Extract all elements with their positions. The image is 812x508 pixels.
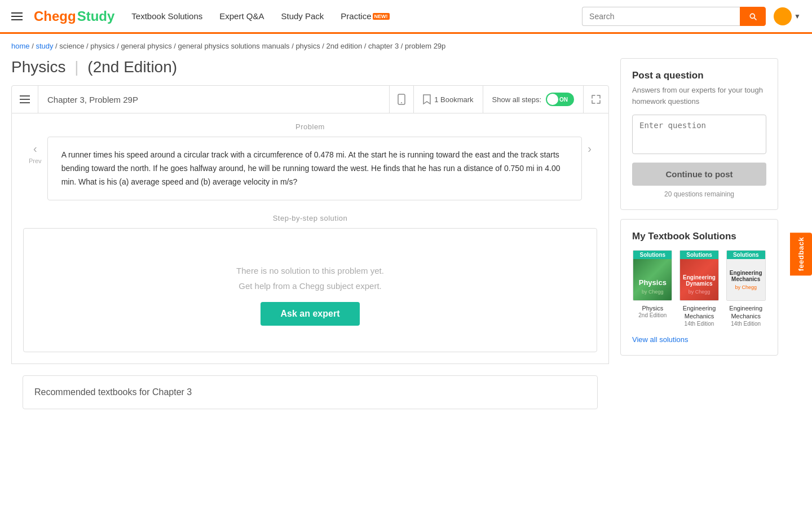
solutions-badge-2: Solutions <box>680 251 718 259</box>
mobile-icon <box>398 94 405 105</box>
breadcrumb-study[interactable]: study <box>36 42 53 50</box>
post-question-title: Post a question <box>632 70 766 81</box>
logo: Chegg Study <box>34 8 114 24</box>
prev-arrow[interactable]: ‹ Prev <box>23 142 47 164</box>
toolbar-expand[interactable] <box>584 86 608 113</box>
book-cover-engmech1: Solutions EngineeringDynamics by Chegg <box>679 250 719 301</box>
post-question-card: Post a question Answers from our experts… <box>620 58 778 210</box>
book-item-engmech1[interactable]: Solutions EngineeringDynamics by Chegg E… <box>679 250 720 327</box>
toolbar-list-button[interactable] <box>12 86 38 113</box>
search-icon <box>748 12 757 21</box>
search-input[interactable] <box>582 7 740 26</box>
bottom-section: Recommended textbooks for Chapter 3 <box>23 375 598 409</box>
show-steps-toggle[interactable]: ON <box>546 93 574 106</box>
no-solution-line1: There is no solution to this problem yet… <box>236 266 384 275</box>
solutions-badge-3: Solutions <box>727 251 765 259</box>
nav-study-pack[interactable]: Study Pack <box>281 11 324 21</box>
svg-point-4 <box>401 102 402 103</box>
header: Chegg Study Textbook Solutions Expert Q&… <box>0 0 812 34</box>
nav-expert-qa[interactable]: Expert Q&A <box>219 11 264 21</box>
book-edition-engmech1: 14th Edition <box>685 321 714 327</box>
main-nav: Textbook Solutions Expert Q&A Study Pack… <box>131 11 582 21</box>
solutions-badge-1: Solutions <box>633 251 672 259</box>
toolbar-mobile-button[interactable] <box>390 86 414 113</box>
svg-rect-2 <box>20 102 30 103</box>
search-bar <box>582 7 766 26</box>
expand-icon <box>592 95 601 104</box>
logo-chegg[interactable]: Chegg <box>34 8 76 24</box>
toggle-on-label: ON <box>559 97 568 103</box>
user-menu-chevron[interactable]: ▼ <box>794 12 801 20</box>
view-all-solutions-link[interactable]: View all solutions <box>632 335 688 344</box>
hamburger-menu[interactable] <box>11 12 23 20</box>
solution-box: There is no solution to this problem yet… <box>23 228 597 352</box>
svg-rect-0 <box>20 95 30 97</box>
list-icon <box>20 95 30 103</box>
post-question-subtitle: Answers from our experts for your tough … <box>632 85 766 107</box>
feedback-tab-wrapper: feedback <box>790 233 812 275</box>
problem-section-title: Problem <box>12 113 608 137</box>
breadcrumb-home[interactable]: home <box>11 42 30 50</box>
questions-remaining: 20 questions remaining <box>632 190 766 198</box>
breadcrumb-separator: science / physics / general physics / ge… <box>59 42 445 50</box>
bottom-section-title: Recommended textbooks for Chapter 3 <box>34 387 586 397</box>
book-title-engmech2: Engineering Mechanics <box>725 304 766 321</box>
right-sidebar: Post a question Answers from our experts… <box>620 58 778 409</box>
book-cover-engmech2: Solutions EngineeringMechanics by Chegg <box>726 250 766 301</box>
toolbar-show-steps: Show all steps: ON <box>483 86 584 113</box>
content-area: Physics | (2nd Edition) Chapter 3, Probl… <box>11 58 609 409</box>
nav-practice[interactable]: PracticeNEW! <box>341 11 389 21</box>
textbook-solutions-card: My Textbook Solutions Solutions Physics … <box>620 219 778 356</box>
problem-text: A runner times his speed around a circul… <box>47 137 582 200</box>
ask-expert-button[interactable]: Ask an expert <box>261 302 360 326</box>
toolbar-bookmark[interactable]: 1 Bookmark <box>414 86 483 113</box>
book-title-engmech1: Engineering Mechanics <box>679 304 720 321</box>
problem-toolbar: Chapter 3, Problem 29P 1 Bookmark Show a… <box>11 85 609 113</box>
book-title-physics: Physics <box>642 304 663 312</box>
book-item-physics[interactable]: Solutions Physics by Chegg Physics 2nd E… <box>632 250 673 327</box>
breadcrumb: home / study / science / physics / gener… <box>0 34 812 58</box>
book-cover-physics: Solutions Physics by Chegg <box>633 250 672 301</box>
next-arrow[interactable]: › <box>582 142 597 155</box>
nav-textbook-solutions[interactable]: Textbook Solutions <box>131 11 202 21</box>
book-edition-physics: 2nd Edition <box>638 312 667 318</box>
solution-section-title: Step-by-step solution <box>12 200 608 228</box>
question-input[interactable] <box>632 115 766 154</box>
no-solution-line2: Get help from a Chegg subject expert. <box>239 281 381 291</box>
book-item-engmech2[interactable]: Solutions EngineeringMechanics by Chegg … <box>725 250 766 327</box>
book-edition-engmech2: 14th Edition <box>731 321 761 327</box>
textbook-books: Solutions Physics by Chegg Physics 2nd E… <box>632 250 766 327</box>
toggle-knob <box>547 94 558 105</box>
feedback-tab[interactable]: feedback <box>790 233 812 275</box>
practice-new-badge: NEW! <box>373 13 390 20</box>
textbook-solutions-title: My Textbook Solutions <box>632 231 766 242</box>
problem-nav-area: ‹ Prev A runner times his speed around a… <box>12 137 608 200</box>
user-avatar[interactable] <box>774 7 792 25</box>
continue-post-button[interactable]: Continue to post <box>632 163 766 186</box>
problem-container: Problem ‹ Prev A runner times his speed … <box>11 113 609 364</box>
svg-rect-1 <box>20 99 30 100</box>
toolbar-chapter-problem: Chapter 3, Problem 29P <box>38 86 390 113</box>
logo-study[interactable]: Study <box>77 8 115 24</box>
search-button[interactable] <box>740 7 766 26</box>
bookmark-icon <box>423 94 431 104</box>
page-title: Physics | (2nd Edition) <box>11 58 609 76</box>
main-container: Physics | (2nd Edition) Chapter 3, Probl… <box>0 58 789 409</box>
